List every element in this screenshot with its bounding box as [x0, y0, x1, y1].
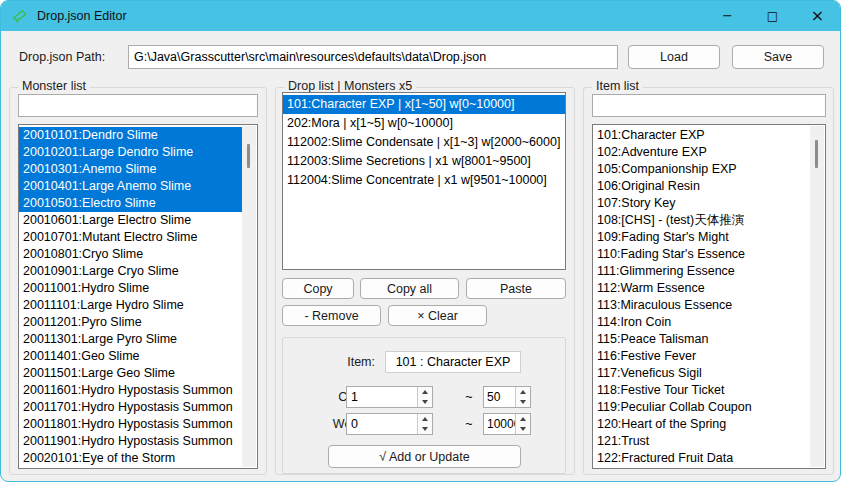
count-max-input[interactable] — [484, 387, 515, 407]
item-filter-input[interactable] — [592, 94, 826, 117]
weight-max-input[interactable] — [484, 414, 515, 434]
spin-down-icon[interactable] — [418, 397, 432, 407]
spin-down-icon[interactable] — [516, 424, 530, 434]
path-label: Drop.json Path: — [19, 50, 105, 64]
scrollbar-thumb[interactable] — [815, 140, 818, 168]
drop-list-title: Drop list | Monsters x5 — [284, 79, 416, 93]
item-list-item[interactable]: 112:Warm Essence — [593, 280, 811, 297]
drop-list-item[interactable]: 112003:Slime Secretions | x1 w[8001~9500… — [283, 152, 565, 171]
monster-list-item[interactable]: 20010201:Large Dendro Slime — [19, 144, 243, 161]
monster-list-item[interactable]: 20011101:Large Hydro Slime — [19, 297, 243, 314]
item-list-scrollbar[interactable] — [810, 126, 824, 467]
monster-list-item[interactable]: 20010801:Cryo Slime — [19, 246, 243, 263]
monster-list-item[interactable]: 20010701:Mutant Electro Slime — [19, 229, 243, 246]
drop-list-item[interactable]: 112004:Slime Concentrate | x1 w[9501~100… — [283, 171, 565, 190]
monster-list-item[interactable]: 20010301:Anemo Slime — [19, 161, 243, 178]
item-value-field[interactable] — [385, 351, 521, 373]
weight-range-tilde: ~ — [462, 417, 476, 431]
minimize-button[interactable]: − — [705, 1, 750, 31]
monster-list-item[interactable]: 20010401:Large Anemo Slime — [19, 178, 243, 195]
weight-max-spinner — [483, 413, 531, 435]
drop-list-item[interactable]: 202:Mora | x[1~5] w[0~10000] — [283, 114, 565, 133]
item-list-item[interactable]: 122:Fractured Fruit Data — [593, 450, 811, 467]
spin-up-icon[interactable] — [418, 387, 432, 397]
remove-button[interactable]: - Remove — [282, 305, 381, 326]
spin-down-icon[interactable] — [418, 424, 432, 434]
add-or-update-button[interactable]: √ Add or Update — [328, 445, 521, 468]
monster-list-item[interactable]: 20011001:Hydro Slime — [19, 280, 243, 297]
app-icon — [11, 7, 29, 25]
item-list-item[interactable]: 111:Glimmering Essence — [593, 263, 811, 280]
load-button[interactable]: Load — [628, 45, 720, 69]
copy-button[interactable]: Copy — [282, 278, 354, 299]
count-max-spinner — [483, 386, 531, 408]
item-list-title: Item list — [592, 79, 643, 93]
weight-min-spinner — [346, 413, 433, 435]
count-min-input[interactable] — [347, 387, 417, 407]
item-label: Item: — [301, 355, 375, 369]
item-list-item[interactable]: 118:Festive Tour Ticket — [593, 382, 811, 399]
drop-listbox: 101:Character EXP | x[1~50] w[0~10000] 2… — [282, 92, 566, 270]
monster-list-scrollbar[interactable] — [242, 126, 256, 467]
item-listbox: 101:Character EXP 102:Adventure EXP 105:… — [592, 124, 826, 469]
item-list-item[interactable]: 108:[CHS] - (test)天体推演 — [593, 212, 811, 229]
monster-list-item[interactable]: 20020101:Eye of the Storm — [19, 450, 243, 467]
monster-list-title: Monster list — [18, 79, 90, 93]
item-list-item[interactable]: 117:Veneficus Sigil — [593, 365, 811, 382]
count-range-tilde: ~ — [462, 390, 476, 404]
maximize-button[interactable]: □ — [750, 1, 795, 31]
item-list-item[interactable]: 102:Adventure EXP — [593, 144, 811, 161]
monster-list-item[interactable]: 20011201:Pyro Slime — [19, 314, 243, 331]
item-list-item[interactable]: 109:Fading Star's Might — [593, 229, 811, 246]
drop-json-editor-window: Drop.json Editor − □ × Drop.json Path: L… — [0, 0, 841, 482]
monster-list-item[interactable]: 20011501:Large Geo Slime — [19, 365, 243, 382]
item-list-item[interactable]: 110:Fading Star's Essence — [593, 246, 811, 263]
monster-list-item[interactable]: 20011601:Hydro Hypostasis Summon — [19, 382, 243, 399]
monster-list-item[interactable]: 20011901:Hydro Hypostasis Summon — [19, 433, 243, 450]
drop-list-item[interactable]: 101:Character EXP | x[1~50] w[0~10000] — [283, 95, 565, 114]
monster-list-item[interactable]: 20010601:Large Electro Slime — [19, 212, 243, 229]
spin-up-icon[interactable] — [418, 414, 432, 424]
monster-list-item[interactable]: 20011401:Geo Slime — [19, 348, 243, 365]
save-button[interactable]: Save — [732, 45, 824, 69]
monster-filter-input[interactable] — [18, 94, 258, 117]
item-list-item[interactable]: 121:Trust — [593, 433, 811, 450]
spin-up-icon[interactable] — [516, 414, 530, 424]
monster-list-item[interactable]: 20011801:Hydro Hypostasis Summon — [19, 416, 243, 433]
monster-list-item[interactable]: 20010901:Large Cryo Slime — [19, 263, 243, 280]
item-list-item[interactable]: 106:Original Resin — [593, 178, 811, 195]
titlebar[interactable]: Drop.json Editor − □ × — [1, 1, 840, 31]
scrollbar-thumb[interactable] — [247, 144, 250, 168]
spin-up-icon[interactable] — [516, 387, 530, 397]
monster-list-item[interactable]: 20011301:Large Pyro Slime — [19, 331, 243, 348]
drop-list-item[interactable]: 112002:Slime Condensate | x[1~3] w[2000~… — [283, 133, 565, 152]
clear-button[interactable]: × Clear — [388, 305, 487, 326]
item-list-item[interactable]: 113:Miraculous Essence — [593, 297, 811, 314]
item-list-item[interactable]: 105:Companionship EXP — [593, 161, 811, 178]
item-list-item[interactable]: 107:Story Key — [593, 195, 811, 212]
weight-min-input[interactable] — [347, 414, 417, 434]
paste-button[interactable]: Paste — [466, 278, 566, 299]
monster-list-item[interactable]: 20010501:Electro Slime — [19, 195, 243, 212]
monster-list-item[interactable]: 20011701:Hydro Hypostasis Summon — [19, 399, 243, 416]
item-list-item[interactable]: 120:Heart of the Spring — [593, 416, 811, 433]
item-list-item[interactable]: 114:Iron Coin — [593, 314, 811, 331]
window-title: Drop.json Editor — [37, 9, 127, 23]
spin-down-icon[interactable] — [516, 397, 530, 407]
path-input[interactable] — [128, 45, 618, 69]
item-list-item[interactable]: 119:Peculiar Collab Coupon — [593, 399, 811, 416]
close-button[interactable]: × — [795, 1, 840, 31]
item-list-item[interactable]: 115:Peace Talisman — [593, 331, 811, 348]
monster-list-item[interactable]: 20010101:Dendro Slime — [19, 127, 243, 144]
item-list-item[interactable]: 101:Character EXP — [593, 127, 811, 144]
copy-all-button[interactable]: Copy all — [360, 278, 459, 299]
monster-listbox: 20010101:Dendro Slime 20010201:Large Den… — [18, 124, 258, 469]
item-list-item[interactable]: 116:Festive Fever — [593, 348, 811, 365]
count-min-spinner — [346, 386, 433, 408]
